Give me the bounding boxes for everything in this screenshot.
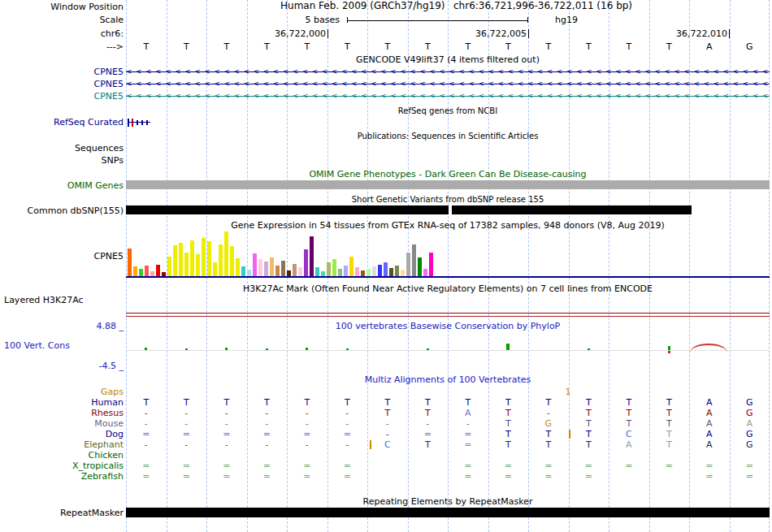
phylop-title[interactable]: 100 vertebrates Basewise Conservation by… xyxy=(126,321,770,331)
refseq-feature[interactable] xyxy=(141,120,143,125)
gtex-bar[interactable] xyxy=(139,269,143,276)
gtex-bar[interactable] xyxy=(293,264,297,276)
base-letter: T xyxy=(206,41,247,52)
refseq-curated-label[interactable]: RefSeq Curated xyxy=(54,117,124,128)
repeatmasker-bar[interactable] xyxy=(126,508,770,517)
refseq-feature[interactable] xyxy=(137,120,138,125)
gtex-bar[interactable] xyxy=(298,267,302,276)
refseq-feature[interactable] xyxy=(128,122,150,123)
omim-genes-label[interactable]: OMIM Genes xyxy=(67,180,124,191)
gene-label[interactable]: CPNE5 xyxy=(94,91,124,102)
gtex-bar[interactable] xyxy=(241,266,245,276)
repeatmasker-title[interactable]: Repeating Elements by RepeatMasker xyxy=(126,496,770,507)
gtex-bar[interactable] xyxy=(264,262,268,276)
gtex-bar[interactable] xyxy=(395,266,399,276)
gtex-bar[interactable] xyxy=(156,265,160,276)
gtex-title[interactable]: Gene Expression in 54 tissues from GTEx … xyxy=(126,220,770,231)
h3k27ac-signal-line[interactable] xyxy=(126,316,770,317)
h3k27ac-title[interactable]: H3K27Ac Mark (Often Found Near Active Re… xyxy=(126,283,770,294)
gtex-bar[interactable] xyxy=(281,261,285,276)
gtex-bar[interactable] xyxy=(366,269,371,276)
gencode-title[interactable]: GENCODE V49lift37 (4 items filtered out) xyxy=(126,54,770,65)
gtex-bar[interactable] xyxy=(361,270,365,276)
gtex-bar[interactable] xyxy=(412,244,416,276)
h3k27ac-signal-line[interactable] xyxy=(126,313,770,314)
refseq-feature[interactable] xyxy=(146,120,148,125)
gtex-bar[interactable] xyxy=(236,258,240,276)
gtex-bar[interactable] xyxy=(253,253,257,276)
gtex-bar[interactable] xyxy=(304,249,308,276)
species-label-human[interactable]: Human xyxy=(91,397,124,408)
refseq-feature[interactable] xyxy=(132,119,133,127)
gene-label[interactable]: CPNE5 xyxy=(94,79,124,89)
dbsnp-variant-bar[interactable] xyxy=(126,205,449,214)
gtex-bar[interactable] xyxy=(378,265,382,276)
align-cell: T xyxy=(528,429,569,439)
gtex-bar[interactable] xyxy=(219,244,223,276)
species-label-mouse[interactable]: Mouse xyxy=(94,418,124,429)
omim-title[interactable]: OMIM Gene Phenotypes - Dark Green Can Be… xyxy=(126,169,770,179)
omim-genes-bar[interactable] xyxy=(126,180,770,189)
gtex-bar[interactable] xyxy=(247,270,251,276)
common-dbsnp-label[interactable]: Common dbSNP(155) xyxy=(28,205,124,216)
publications-title[interactable]: Publications: Sequences in Scientific Ar… xyxy=(126,131,770,141)
gtex-bar[interactable] xyxy=(133,266,137,276)
gtex-gene-label[interactable]: CPNE5 xyxy=(94,251,124,262)
gtex-baseline xyxy=(126,276,770,278)
gene-strand-arrows[interactable]: <<<<<<<<<<<<<<<<<<<<<<<<<<<<<<<<<<<<<<<<… xyxy=(126,91,770,102)
snps-label[interactable]: SNPs xyxy=(102,155,124,166)
species-label-x_tropicalis[interactable]: X_tropicalis xyxy=(72,461,124,471)
species-label-rhesus[interactable]: Rhesus xyxy=(91,408,124,418)
gene-strand-arrows[interactable]: <<<<<<<<<<<<<<<<<<<<<<<<<<<<<<<<<<<<<<<<… xyxy=(126,67,770,77)
gtex-bar[interactable] xyxy=(167,257,171,276)
multiz-title[interactable]: Multiz Alignments of 100 Vertebrates xyxy=(126,374,770,385)
dbsnp-variant-bar[interactable] xyxy=(452,205,692,214)
gtex-bar[interactable] xyxy=(287,270,291,276)
gtex-bar[interactable] xyxy=(327,262,331,276)
gtex-bar[interactable] xyxy=(338,269,342,276)
gtex-bar[interactable] xyxy=(423,269,427,276)
gtex-bar[interactable] xyxy=(184,253,189,276)
gtex-bar[interactable] xyxy=(389,268,393,276)
species-label-zebrafish[interactable]: Zebrafish xyxy=(81,471,124,482)
gtex-bar[interactable] xyxy=(349,257,353,276)
gene-label[interactable]: CPNE5 xyxy=(94,67,124,77)
gtex-bar[interactable] xyxy=(202,238,206,276)
gtex-bar[interactable] xyxy=(196,254,200,276)
gtex-bar[interactable] xyxy=(224,231,228,276)
repeatmasker-label[interactable]: RepeatMasker xyxy=(60,508,124,518)
gtex-bar[interactable] xyxy=(344,266,348,276)
gtex-bar[interactable] xyxy=(145,266,149,276)
gtex-bar[interactable] xyxy=(355,267,359,276)
refseq-feature[interactable] xyxy=(128,119,129,127)
gtex-bar[interactable] xyxy=(418,257,422,276)
gtex-bar[interactable] xyxy=(401,270,405,276)
gtex-bar[interactable] xyxy=(207,241,211,276)
species-label-chicken[interactable]: Chicken xyxy=(89,450,124,461)
gtex-bar[interactable] xyxy=(190,240,194,276)
gtex-bar[interactable] xyxy=(213,262,217,276)
species-label-dog[interactable]: Dog xyxy=(106,429,124,439)
vert-cons-label[interactable]: 100 Vert. Cons xyxy=(4,340,70,351)
layered-h3k27ac-label[interactable]: Layered H3K27Ac xyxy=(4,295,84,305)
gtex-bar[interactable] xyxy=(128,249,132,276)
gtex-bar[interactable] xyxy=(230,246,234,276)
gtex-bar[interactable] xyxy=(315,267,319,276)
dbsnp-title[interactable]: Short Genetic Variants from dbSNP releas… xyxy=(126,194,770,205)
gtex-bar[interactable] xyxy=(429,253,433,276)
species-label-elephant[interactable]: Elephant xyxy=(84,439,124,450)
species-label-gaps[interactable]: Gaps xyxy=(101,387,124,397)
gene-strand-arrows[interactable]: <<<<<<<<<<<<<<<<<<<<<<<<<<<<<<<<<<<<<<<<… xyxy=(126,79,770,89)
gtex-bar[interactable] xyxy=(332,259,336,276)
gtex-bar[interactable] xyxy=(270,257,274,276)
gtex-bar[interactable] xyxy=(384,262,388,276)
gtex-bar[interactable] xyxy=(258,259,262,276)
sequences-label[interactable]: Sequences xyxy=(75,143,124,154)
refseq-title[interactable]: RefSeq genes from NCBI xyxy=(126,106,770,116)
gtex-bar[interactable] xyxy=(179,243,183,276)
gtex-bar[interactable] xyxy=(372,266,376,276)
gtex-bar[interactable] xyxy=(406,253,410,276)
gtex-bar[interactable] xyxy=(310,236,314,276)
gtex-bar[interactable] xyxy=(173,245,177,276)
gtex-bar[interactable] xyxy=(275,266,280,276)
